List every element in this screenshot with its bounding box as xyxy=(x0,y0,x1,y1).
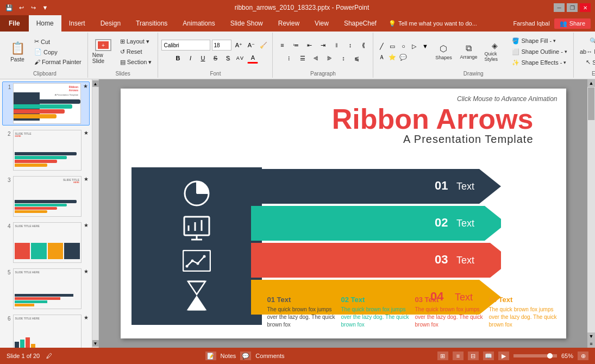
menu-file[interactable]: File xyxy=(0,15,29,32)
share-button[interactable]: 👥 Share xyxy=(554,18,591,29)
line-spacing-button[interactable]: ↕ xyxy=(337,53,349,64)
replace-button[interactable]: ab↔ Replace ▾ xyxy=(577,47,595,56)
slideshow-button[interactable]: ▶ xyxy=(498,352,509,360)
vscroll-thumb[interactable] xyxy=(588,87,594,120)
scroll-down-button[interactable]: ▼ xyxy=(92,340,99,347)
shape-rect[interactable]: ▭ xyxy=(387,41,397,51)
shape-callout[interactable]: 💬 xyxy=(398,52,408,62)
shadow-button[interactable]: S xyxy=(222,53,233,64)
close-button[interactable]: ✕ xyxy=(580,3,591,12)
scroll-up-button[interactable]: ▲ xyxy=(92,80,99,87)
font-family-input[interactable] xyxy=(161,40,210,51)
menu-animations[interactable]: Animations xyxy=(175,15,222,32)
shape-effects-icon: ✨ xyxy=(512,59,519,66)
align-left-button[interactable]: ⫶ xyxy=(283,53,295,64)
underline-button[interactable]: U xyxy=(197,53,208,64)
paste-button[interactable]: 📋 Paste xyxy=(5,35,29,68)
menu-design[interactable]: Design xyxy=(93,15,128,32)
section-button[interactable]: ▤ Section ▾ xyxy=(117,58,155,67)
comments-label[interactable]: Comments xyxy=(255,353,284,359)
format-painter-icon: 🖌 xyxy=(34,59,40,65)
font-grow-icon[interactable]: A⁺ xyxy=(233,40,244,51)
char-spacing-button[interactable]: AV xyxy=(235,53,246,64)
align-right-button[interactable]: ⫷ xyxy=(310,53,322,64)
new-slide-button[interactable]: + New Slide xyxy=(91,35,115,68)
shape-star[interactable]: ⭐ xyxy=(387,52,397,62)
slide-thumb-5[interactable]: 5 SLIDE TITLE HERE ★ xyxy=(2,267,90,310)
slide-thumb-2[interactable]: 2 SLIDE TITLE HERE ★ xyxy=(2,129,90,172)
slide-canvas[interactable]: Click Mouse to Advance Animation Ribbon … xyxy=(121,89,566,338)
decrease-indent-button[interactable]: ⇤ xyxy=(303,40,315,51)
menu-home[interactable]: Home xyxy=(29,15,61,32)
slide-thumb-3[interactable]: 3 SLIDE TITLE HERE ★ xyxy=(2,175,90,218)
columns-2-button[interactable]: ⫹ xyxy=(351,53,363,64)
hscroll-button[interactable]: ≡ xyxy=(587,340,595,348)
menu-insert[interactable]: Insert xyxy=(61,15,93,32)
font-size-input[interactable] xyxy=(212,40,231,51)
vscroll-up-button[interactable]: ▲ xyxy=(587,79,595,87)
shape-fill-button[interactable]: 🪣 Shape Fill - ▾ xyxy=(509,36,569,46)
desc-text-3: The quick brown fox jumps over the lazy … xyxy=(415,306,484,329)
layout-button[interactable]: ⊞ Layout ▾ xyxy=(117,37,155,46)
slide-thumb-6[interactable]: 6 SLIDE TITLE HERE ★ xyxy=(2,313,90,348)
arrange-button[interactable]: ⧉ Arrange xyxy=(457,35,480,68)
shape-effects-button[interactable]: ✨ Shape Effects - ▾ xyxy=(509,58,569,67)
slidesorter-button[interactable]: ⊟ xyxy=(468,352,479,360)
align-center-button[interactable]: ☰ xyxy=(297,53,309,64)
clear-format-icon[interactable]: 🧹 xyxy=(258,40,269,51)
text-direction-button[interactable]: ↕ xyxy=(344,40,356,51)
desc-text-4: The quick brown fox jumps over the lazy … xyxy=(489,306,558,329)
font-color-button[interactable]: A xyxy=(247,53,258,64)
cut-button[interactable]: ✂ Cut xyxy=(32,37,84,46)
shape-line[interactable]: ╱ xyxy=(377,41,386,51)
shape-arrow-right[interactable]: ▷ xyxy=(409,41,419,51)
increase-indent-button[interactable]: ⇥ xyxy=(317,40,329,51)
restore-button[interactable]: ❐ xyxy=(567,3,578,12)
zoom-thumb[interactable] xyxy=(547,353,553,359)
vscroll-down-button[interactable]: ▼ xyxy=(587,332,595,340)
bold-button[interactable]: B xyxy=(172,53,183,64)
find-button[interactable]: 🔍 Find xyxy=(587,36,595,46)
menu-transitions[interactable]: Transitions xyxy=(128,15,175,32)
shape-outline-button[interactable]: ⬜ Shape Outline - ▾ xyxy=(509,47,569,57)
shape-text[interactable]: Ａ xyxy=(377,52,386,62)
normal-view-button[interactable]: ⊞ xyxy=(437,352,448,360)
justify-button[interactable]: ⫸ xyxy=(324,53,336,64)
columns-button[interactable]: ⫴ xyxy=(330,40,342,51)
comments-button[interactable]: 💬 xyxy=(240,352,251,360)
copy-button[interactable]: 📄 Copy xyxy=(32,47,84,57)
quick-styles-button[interactable]: ◈ Quick Styles xyxy=(483,35,506,68)
font-shrink-icon[interactable]: A⁻ xyxy=(246,40,256,51)
menu-review[interactable]: Review xyxy=(271,15,307,32)
select-button[interactable]: ↖ Select ~ xyxy=(583,58,595,67)
notes-button[interactable]: 📝 xyxy=(205,352,216,360)
numbered-list-button[interactable]: ≔ xyxy=(290,40,302,51)
shapes-button[interactable]: ⬡ Shapes xyxy=(433,35,454,68)
strikethrough-button[interactable]: S xyxy=(210,53,221,64)
shape-more[interactable]: ▼ xyxy=(420,41,430,51)
format-painter-button[interactable]: 🖌 Format Painter xyxy=(32,58,84,66)
zoom-level: 65% xyxy=(561,353,573,359)
redo-icon[interactable]: ↪ xyxy=(28,3,38,12)
bullets-button[interactable]: ≡ xyxy=(276,40,288,51)
outline-view-button[interactable]: ≡ xyxy=(453,352,464,360)
fit-window-button[interactable]: ⊕ xyxy=(578,352,588,360)
tell-me-text[interactable]: Tell me what you want to do... xyxy=(398,20,477,27)
italic-button[interactable]: I xyxy=(185,53,196,64)
zoom-slider[interactable] xyxy=(513,354,557,357)
menu-view[interactable]: View xyxy=(307,15,336,32)
menu-shapechef[interactable]: ShapeChef xyxy=(336,15,384,32)
slide-thumb-4[interactable]: 4 SLIDE TITLE HERE ★ xyxy=(2,221,90,264)
menu-slideshow[interactable]: Slide Show xyxy=(223,15,271,32)
notes-label[interactable]: Notes xyxy=(221,353,236,359)
reset-button[interactable]: ↺ Reset xyxy=(117,47,155,57)
reading-view-button[interactable]: 📖 xyxy=(483,352,494,360)
main-area: 1 RibbonArrows A Presentation Template ★… xyxy=(0,79,595,348)
undo-icon[interactable]: ↩ xyxy=(16,3,26,12)
shape-oval[interactable]: ○ xyxy=(398,41,408,51)
minimize-button[interactable]: ─ xyxy=(554,3,565,12)
save-icon[interactable]: 💾 xyxy=(4,3,14,12)
slide-thumb-1[interactable]: 1 RibbonArrows A Presentation Template ★ xyxy=(2,81,90,125)
smart-art-button[interactable]: ⟪ xyxy=(358,40,369,51)
customize-icon[interactable]: ▼ xyxy=(40,3,50,12)
